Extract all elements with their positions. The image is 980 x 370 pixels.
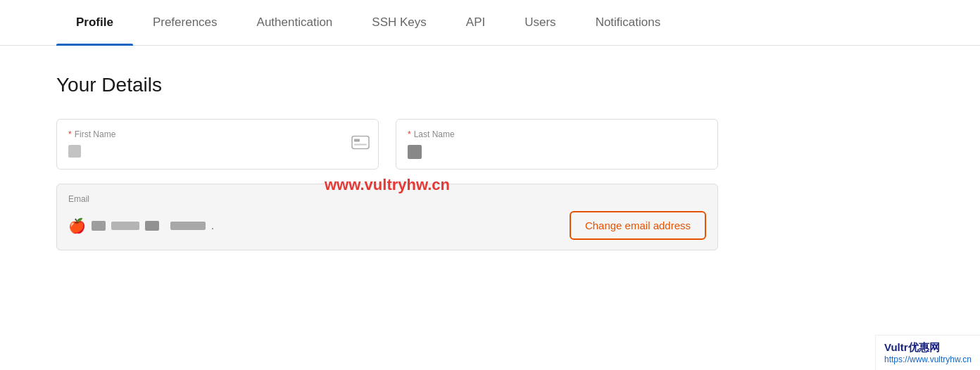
first-name-field[interactable]: *First Name: [56, 119, 379, 170]
email-provider-icon: 🍎: [68, 217, 86, 234]
tab-authentication[interactable]: Authentication: [237, 0, 353, 45]
tab-api[interactable]: API: [446, 0, 505, 45]
email-blur-1: [92, 221, 106, 231]
svg-rect-1: [354, 139, 360, 142]
email-blur-2: [111, 222, 139, 230]
svg-rect-2: [354, 144, 367, 146]
last-name-field[interactable]: *Last Name: [396, 119, 718, 170]
email-value-row: 🍎 . Change email address: [68, 211, 706, 240]
tab-profile[interactable]: Profile: [56, 0, 133, 45]
tab-notifications[interactable]: Notifications: [576, 0, 681, 45]
email-field: Email 🍎 . Change email address: [56, 184, 718, 250]
svg-rect-0: [352, 136, 369, 149]
email-label: Email: [68, 194, 706, 204]
first-name-blur-value: [68, 145, 81, 158]
tab-ssh-keys[interactable]: SSH Keys: [352, 0, 446, 45]
autofill-icon: [351, 136, 370, 153]
change-email-button[interactable]: Change email address: [570, 211, 706, 240]
last-name-value: [408, 145, 706, 159]
first-name-label: *First Name: [68, 129, 367, 139]
first-name-value: [68, 145, 367, 158]
email-dot: .: [211, 220, 214, 231]
last-name-blur-value: [408, 145, 422, 159]
section-title: Your Details: [56, 74, 718, 96]
name-fields-row: *First Name *Last Name: [56, 119, 718, 170]
first-name-required-star: *: [68, 129, 72, 139]
email-blur-4: [170, 222, 206, 230]
last-name-required-star: *: [408, 129, 411, 139]
main-content: Your Details www.vultryhw.cn *First Name: [0, 46, 774, 293]
nav-tabs: Profile Preferences Authentication SSH K…: [0, 0, 980, 46]
email-blur-3: [145, 221, 159, 231]
last-name-label: *Last Name: [408, 129, 706, 139]
tab-users[interactable]: Users: [505, 0, 575, 45]
email-value-left: 🍎 .: [68, 217, 214, 234]
tab-preferences[interactable]: Preferences: [133, 0, 237, 45]
